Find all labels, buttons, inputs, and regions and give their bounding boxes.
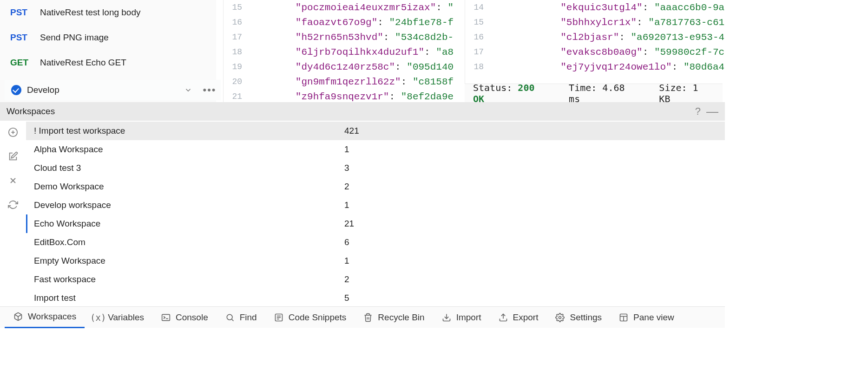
workspace-row[interactable]: Echo Workspace21 [26,214,725,233]
request-name: Send PNG image [40,32,109,43]
tab-label: Recycle Bin [378,312,424,323]
environment-bar: Develop ••• [5,80,221,100]
tab-label: Variables [108,312,144,323]
workspaces-panel: ! Import test workspace421Alpha Workspac… [0,122,725,305]
workspaces-list: ! Import test workspace421Alpha Workspac… [26,122,725,305]
request-list-panel: PSTNativeRest test long bodyPSTSend PNG … [0,0,216,102]
workspace-name: ! Import test workspace [34,126,344,136]
request-row[interactable]: PSTNativeRest test long body [0,0,216,25]
workspace-row[interactable]: Alpha Workspace1 [26,140,725,159]
tab-import[interactable]: Import [433,307,490,328]
tab-label: Settings [570,312,602,323]
workspace-row[interactable]: Cloud test 33 [26,159,725,177]
minimize-icon[interactable]: — [706,104,718,119]
workspace-name: Import test [34,293,344,303]
code-line: 15 "5bhhxylcr1x": "a7817763-c612-48 [465,15,725,30]
response-status-bar: Status: 200 OK Time: 4.68 ms Size: 1 KB [465,84,723,102]
workspace-row[interactable]: Empty Workspace1 [26,252,725,270]
workspace-count: 21 [344,219,354,229]
code-line: 15 "poczmoieai4euxzmr5izax": " [224,0,465,15]
code-line: 16 "faoazvt67o9g": "24bf1e78-f [224,15,465,30]
workspace-count: 1 [344,200,349,210]
svg-point-8 [227,314,232,320]
svg-point-16 [559,316,561,318]
search-icon [225,312,235,323]
workspace-count: 2 [344,182,349,192]
tab-label: Console [176,312,208,323]
code-line: 14 "ekquic3utgl4": "aaacc6b0-9a40-4 [465,0,725,15]
tab-export[interactable]: Export [490,307,547,328]
pane-icon [618,312,629,323]
status-label: Status: 200 OK [473,82,550,104]
environment-label: Develop [27,85,178,95]
line-number: 20 [224,77,249,86]
request-method: GET [10,58,33,68]
workspaces-header: Workspaces ? — [0,102,725,121]
tab-pane-view[interactable]: Pane view [610,307,683,328]
workspace-name: EditBox.Com [34,237,344,247]
request-method: PST [10,7,33,18]
workspace-name: Echo Workspace [34,219,344,229]
tab-console[interactable]: Console [152,307,217,328]
request-row[interactable]: PSTSend PNG image [0,25,216,50]
request-name: NativeRest test long body [40,7,141,18]
workspace-name: Demo Workspace [34,182,344,192]
gear-icon [555,312,565,323]
check-icon [11,85,21,95]
code-line: 19 "dy4d6c1z40rz58c": "095d140 [224,59,465,74]
workspace-count: 1 [344,144,349,155]
workspace-count: 1 [344,256,349,266]
workspace-count: 421 [344,126,359,136]
tab-recycle-bin[interactable]: Recycle Bin [355,307,433,328]
request-name: NativeRest Echo GET [40,58,126,68]
line-number: 21 [224,92,249,101]
request-row[interactable]: GETNativeRest Echo GET [0,50,216,75]
tab-label: Workspaces [28,311,76,322]
line-number: 15 [224,3,249,12]
workspace-row[interactable]: Develop workspace1 [26,196,725,214]
svg-rect-6 [162,314,170,320]
workspace-count: 5 [344,293,349,303]
box-icon [13,311,23,322]
line-number: 17 [224,32,249,42]
response-body-editor[interactable]: 14 "ekquic3utgl4": "aaacc6b0-9a40-415 "5… [465,0,725,84]
line-number: 14 [465,3,490,12]
line-number: 18 [465,62,490,71]
bottom-tab-bar: Workspaces(x)VariablesConsoleFindCode Sn… [0,306,725,328]
import-icon [441,312,452,323]
more-button[interactable]: ••• [198,80,221,100]
workspace-row[interactable]: EditBox.Com6 [26,233,725,252]
tab-workspaces[interactable]: Workspaces [5,307,85,328]
workspace-count: 6 [344,237,349,247]
workspace-count: 3 [344,163,349,173]
edit-workspace-button[interactable] [7,150,19,162]
workspace-row[interactable]: Demo Workspace2 [26,177,725,196]
tab-find[interactable]: Find [217,307,265,328]
tab-settings[interactable]: Settings [546,307,610,328]
line-number: 16 [465,32,490,42]
line-number: 19 [224,62,249,71]
var-icon: (x) [93,312,103,323]
request-method: PST [10,32,33,43]
tab-variables[interactable]: (x)Variables [85,307,152,328]
code-line: 18 "6ljrb7oqilhkx4du2uf1": "a8 [224,45,465,59]
help-icon[interactable]: ? [695,105,701,117]
line-number: 15 [465,18,490,27]
snippets-icon [274,312,284,323]
chevron-down-icon[interactable] [178,80,198,100]
workspace-name: Develop workspace [34,200,344,210]
line-number: 17 [465,47,490,57]
refresh-workspace-button[interactable] [7,199,19,211]
tab-code-snippets[interactable]: Code Snippets [265,307,355,328]
workspaces-toolbar [0,122,26,305]
delete-workspace-button[interactable] [7,175,19,187]
tab-label: Pane view [633,312,674,323]
add-workspace-button[interactable] [7,126,19,138]
workspace-row[interactable]: ! Import test workspace421 [26,122,725,140]
export-icon [498,312,508,323]
workspace-row[interactable]: Fast workspace2 [26,270,725,289]
workspace-row[interactable]: Import test5 [26,289,725,305]
size-label: Size: 1 KB [659,82,714,104]
tab-label: Import [456,312,481,323]
request-body-editor[interactable]: 15 "poczmoieai4euxzmr5izax": "16 "faoazv… [223,0,465,102]
